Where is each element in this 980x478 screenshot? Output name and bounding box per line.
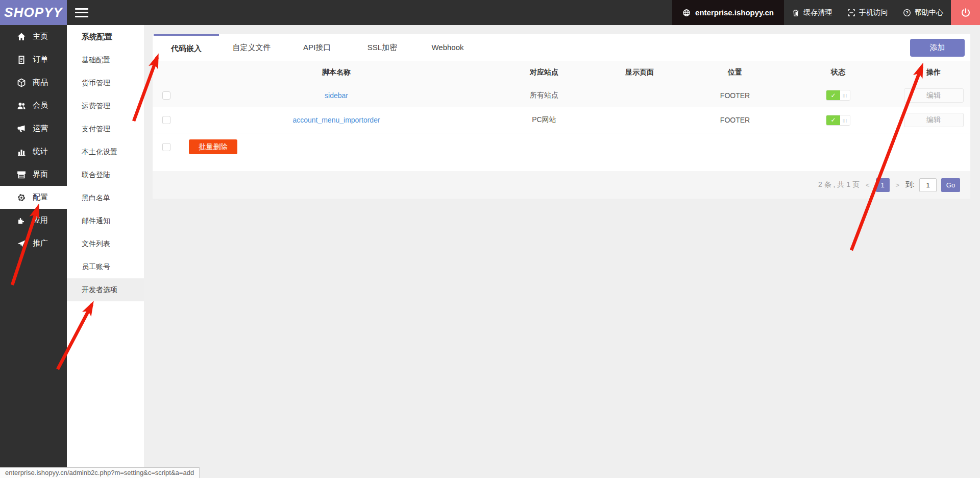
qr-scan-icon [847, 9, 855, 17]
column-header-position: 位置 [691, 68, 779, 77]
sidebar-item-label: 应用 [33, 216, 48, 225]
home-icon [17, 32, 26, 41]
batch-action-row: 批量删除 [153, 133, 970, 160]
go-button[interactable]: Go [941, 178, 960, 192]
store-domain-label: enterprise.ishopyy.cn [695, 8, 774, 17]
submenu-item-currency[interactable]: 货币管理 [67, 71, 144, 94]
sidebar-item-label: 推广 [33, 238, 48, 248]
site-cell: PC网站 [500, 115, 589, 125]
link-preview-statusbar: enterprise.ishopyy.cn/adminb2c.php?m=set… [0, 467, 200, 478]
edit-button[interactable]: 编辑 [904, 113, 964, 127]
script-name-link[interactable]: sidebar [325, 91, 348, 100]
main-sidebar: 主页 订单 商品 会员 运营 统计 界面 配置 [0, 25, 67, 478]
submenu-item-social-login[interactable]: 联合登陆 [67, 163, 144, 186]
storefront-icon [17, 170, 26, 179]
select-all-checkbox[interactable] [162, 143, 170, 151]
sidebar-item-label: 订单 [33, 55, 48, 64]
toggle-check-icon: ✓ [826, 90, 840, 100]
edit-button[interactable]: 编辑 [904, 88, 964, 103]
column-header-script-name: 脚本名称 [173, 68, 500, 77]
product-cube-icon [17, 78, 26, 87]
goto-label: 到: [905, 180, 915, 189]
mobile-access-label: 手机访问 [859, 8, 888, 17]
tab-custom-files[interactable]: 自定义文件 [219, 34, 284, 61]
status-toggle[interactable]: ✓||| [826, 90, 850, 101]
row-checkbox[interactable] [162, 91, 170, 100]
topbar: SHOPYY enterprise.ishopyy.cn 缓存清理 手机访问 ?… [0, 0, 980, 25]
sidebar-item-label: 统计 [33, 147, 48, 156]
script-name-link[interactable]: account_menu_importorder [292, 116, 380, 124]
page-number-button[interactable]: 1 [876, 178, 890, 192]
tab-bar: 代码嵌入 自定义文件 API接口 SSL加密 Webhook 添加 [153, 34, 970, 61]
batch-delete-button[interactable]: 批量删除 [189, 139, 237, 154]
table-row: account_menu_importorder PC网站 FOOTER ✓||… [153, 107, 970, 133]
sidebar-item-home[interactable]: 主页 [0, 25, 67, 48]
submenu-item-developer-options[interactable]: 开发者选项 [67, 278, 144, 301]
column-header-site: 对应站点 [500, 68, 589, 77]
store-domain[interactable]: enterprise.ishopyy.cn [672, 0, 784, 25]
submenu-item-localization[interactable]: 本土化设置 [67, 140, 144, 163]
help-center-button[interactable]: ? 帮助中心 [895, 0, 951, 25]
order-document-icon [17, 55, 26, 64]
row-checkbox[interactable] [162, 116, 170, 124]
logout-power-button[interactable] [951, 0, 980, 25]
admin-app: SHOPYY enterprise.ishopyy.cn 缓存清理 手机访问 ?… [0, 0, 980, 478]
toggle-grip-icon: ||| [840, 115, 850, 125]
toggle-grip-icon: ||| [840, 90, 850, 100]
submenu-title: 系统配置 [67, 25, 144, 49]
site-cell: 所有站点 [500, 91, 589, 100]
sidebar-item-operations[interactable]: 运营 [0, 117, 67, 140]
sidebar-item-label: 界面 [33, 170, 48, 179]
cache-clear-label: 缓存清理 [803, 8, 832, 17]
position-cell: FOOTER [691, 116, 779, 124]
prev-page-button[interactable]: < [864, 181, 871, 189]
pagination-summary: 2 条 , 共 1 页 [818, 180, 860, 189]
sidebar-item-label: 会员 [33, 101, 48, 110]
next-page-button[interactable]: > [894, 181, 901, 189]
tab-webhook[interactable]: Webhook [415, 34, 480, 61]
trash-icon [792, 9, 800, 17]
goto-page-input[interactable] [919, 178, 937, 192]
toggle-check-icon: ✓ [826, 115, 840, 125]
help-center-label: 帮助中心 [915, 8, 943, 17]
column-header-status: 状态 [779, 68, 897, 77]
tab-ssl[interactable]: SSL加密 [350, 34, 415, 61]
sidebar-item-label: 主页 [33, 32, 48, 41]
sidebar-item-products[interactable]: 商品 [0, 71, 67, 94]
sidebar-item-label: 商品 [33, 78, 48, 87]
sidebar-item-promotion[interactable]: 推广 [0, 232, 67, 255]
settings-submenu: 系统配置 基础配置 货币管理 运费管理 支付管理 本土化设置 联合登陆 黑白名单… [67, 25, 144, 478]
sidebar-item-interface[interactable]: 界面 [0, 163, 67, 186]
submenu-item-basic-config[interactable]: 基础配置 [67, 49, 144, 71]
main-content: 代码嵌入 自定义文件 API接口 SSL加密 Webhook 添加 脚本名称 对… [144, 25, 980, 478]
sidebar-item-settings[interactable]: 配置 [0, 186, 67, 209]
submenu-item-payment[interactable]: 支付管理 [67, 117, 144, 140]
add-button[interactable]: 添加 [910, 39, 965, 57]
cache-clear-button[interactable]: 缓存清理 [784, 0, 840, 25]
members-icon [17, 101, 26, 110]
paper-plane-icon [17, 239, 26, 248]
column-header-action: 操作 [897, 68, 970, 77]
status-toggle[interactable]: ✓||| [826, 115, 850, 126]
submenu-item-shipping[interactable]: 运费管理 [67, 94, 144, 117]
tab-code-embed[interactable]: 代码嵌入 [154, 34, 219, 61]
submenu-item-file-list[interactable]: 文件列表 [67, 232, 144, 255]
tab-api[interactable]: API接口 [284, 34, 350, 61]
submenu-item-email-notify[interactable]: 邮件通知 [67, 209, 144, 232]
mobile-access-button[interactable]: 手机访问 [840, 0, 895, 25]
table-row: sidebar 所有站点 FOOTER ✓||| 编辑 [153, 84, 970, 107]
table-header: 脚本名称 对应站点 显示页面 位置 状态 操作 [153, 61, 970, 84]
puzzle-icon [17, 216, 26, 225]
developer-options-card: 代码嵌入 自定义文件 API接口 SSL加密 Webhook 添加 脚本名称 对… [153, 34, 970, 199]
sidebar-item-orders[interactable]: 订单 [0, 48, 67, 71]
sidebar-item-apps[interactable]: 应用 [0, 209, 67, 232]
sidebar-item-label: 配置 [33, 193, 48, 202]
submenu-item-staff-account[interactable]: 员工账号 [67, 255, 144, 278]
submenu-item-blacklist[interactable]: 黑白名单 [67, 186, 144, 209]
sidebar-item-statistics[interactable]: 统计 [0, 140, 67, 163]
power-icon [961, 8, 971, 18]
megaphone-icon [17, 124, 26, 133]
sidebar-item-members[interactable]: 会员 [0, 94, 67, 117]
hamburger-icon[interactable] [75, 8, 88, 17]
gear-icon [17, 193, 26, 202]
